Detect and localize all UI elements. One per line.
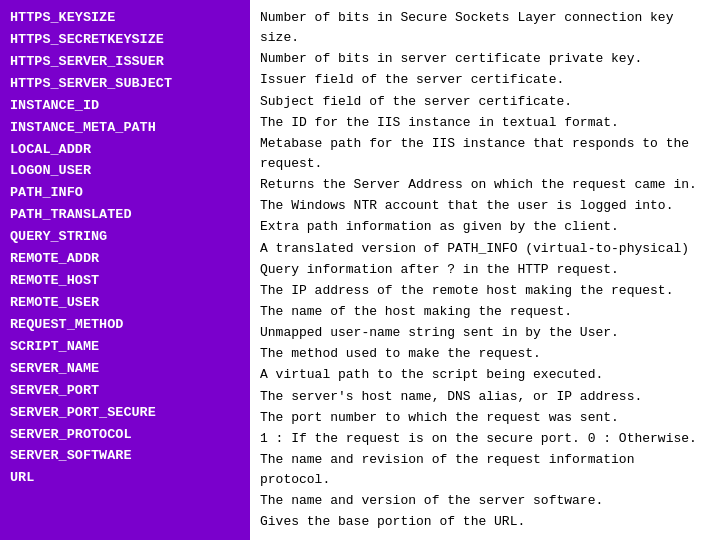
- desc-item-10: Query information after ? in the HTTP re…: [260, 260, 710, 280]
- key-item-16: SERVER_NAME: [10, 359, 240, 380]
- desc-item-5: Metabase path for the IIS instance that …: [260, 134, 710, 174]
- key-item-11: REMOTE_ADDR: [10, 249, 240, 270]
- desc-item-1: Number of bits in server certificate pri…: [260, 49, 710, 69]
- desc-item-20: The name and version of the server softw…: [260, 491, 710, 511]
- key-item-21: URL: [10, 468, 240, 489]
- key-item-2: HTTPS_SERVER_ISSUER: [10, 52, 240, 73]
- desc-item-19: The name and revision of the request inf…: [260, 450, 710, 490]
- key-item-8: PATH_INFO: [10, 183, 240, 204]
- key-item-20: SERVER_SOFTWARE: [10, 446, 240, 467]
- key-item-19: SERVER_PROTOCOL: [10, 425, 240, 446]
- desc-item-9: A translated version of PATH_INFO (virtu…: [260, 239, 710, 259]
- desc-item-2: Issuer field of the server certificate.: [260, 70, 710, 90]
- key-item-1: HTTPS_SECRETKEYSIZE: [10, 30, 240, 51]
- key-item-4: INSTANCE_ID: [10, 96, 240, 117]
- key-item-7: LOGON_USER: [10, 161, 240, 182]
- right-column: Number of bits in Secure Sockets Layer c…: [250, 0, 720, 540]
- desc-item-12: The name of the host making the request.: [260, 302, 710, 322]
- desc-item-0: Number of bits in Secure Sockets Layer c…: [260, 8, 710, 48]
- key-item-18: SERVER_PORT_SECURE: [10, 403, 240, 424]
- key-item-14: REQUEST_METHOD: [10, 315, 240, 336]
- key-item-10: QUERY_STRING: [10, 227, 240, 248]
- key-item-0: HTTPS_KEYSIZE: [10, 8, 240, 29]
- desc-item-16: The server's host name, DNS alias, or IP…: [260, 387, 710, 407]
- key-item-15: SCRIPT_NAME: [10, 337, 240, 358]
- desc-item-3: Subject field of the server certificate.: [260, 92, 710, 112]
- key-item-6: LOCAL_ADDR: [10, 140, 240, 161]
- desc-item-14: The method used to make the request.: [260, 344, 710, 364]
- key-item-17: SERVER_PORT: [10, 381, 240, 402]
- key-item-12: REMOTE_HOST: [10, 271, 240, 292]
- desc-item-11: The IP address of the remote host making…: [260, 281, 710, 301]
- key-item-5: INSTANCE_META_PATH: [10, 118, 240, 139]
- desc-item-18: 1 : If the request is on the secure port…: [260, 429, 710, 449]
- key-item-3: HTTPS_SERVER_SUBJECT: [10, 74, 240, 95]
- left-column: HTTPS_KEYSIZEHTTPS_SECRETKEYSIZEHTTPS_SE…: [0, 0, 250, 540]
- key-item-9: PATH_TRANSLATED: [10, 205, 240, 226]
- desc-item-13: Unmapped user-name string sent in by the…: [260, 323, 710, 343]
- desc-item-21: Gives the base portion of the URL.: [260, 512, 710, 532]
- desc-item-15: A virtual path to the script being execu…: [260, 365, 710, 385]
- desc-item-7: The Windows NTR account that the user is…: [260, 196, 710, 216]
- desc-item-6: Returns the Server Address on which the …: [260, 175, 710, 195]
- desc-item-17: The port number to which the request was…: [260, 408, 710, 428]
- desc-item-4: The ID for the IIS instance in textual f…: [260, 113, 710, 133]
- desc-item-8: Extra path information as given by the c…: [260, 217, 710, 237]
- key-item-13: REMOTE_USER: [10, 293, 240, 314]
